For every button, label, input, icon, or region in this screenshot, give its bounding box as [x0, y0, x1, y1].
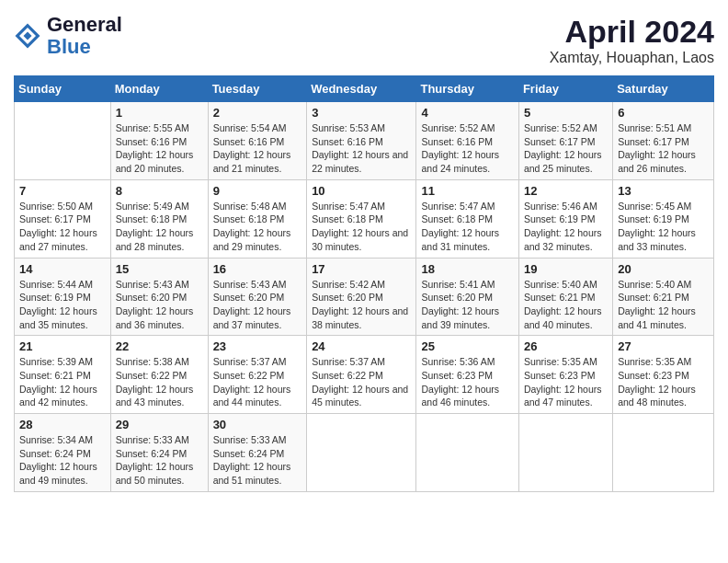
- calendar-cell: [307, 414, 416, 492]
- day-info: Sunrise: 5:44 AMSunset: 6:19 PMDaylight:…: [19, 278, 106, 332]
- calendar-cell: 26Sunrise: 5:35 AMSunset: 6:23 PMDayligh…: [518, 336, 612, 414]
- calendar-cell: 12Sunrise: 5:46 AMSunset: 6:19 PMDayligh…: [518, 179, 612, 258]
- page-header: General Blue April 2024 Xamtay, Houaphan…: [14, 14, 714, 66]
- day-info: Sunrise: 5:39 AMSunset: 6:21 PMDaylight:…: [19, 355, 106, 409]
- col-header-friday: Friday: [518, 76, 612, 102]
- col-header-tuesday: Tuesday: [208, 76, 307, 102]
- day-number: 9: [213, 184, 302, 198]
- calendar-cell: [416, 414, 518, 492]
- calendar-cell: 5Sunrise: 5:52 AMSunset: 6:17 PMDaylight…: [518, 102, 612, 180]
- calendar-table: SundayMondayTuesdayWednesdayThursdayFrid…: [14, 75, 714, 492]
- day-number: 20: [618, 262, 709, 276]
- day-info: Sunrise: 5:48 AMSunset: 6:18 PMDaylight:…: [213, 200, 302, 254]
- day-info: Sunrise: 5:34 AMSunset: 6:24 PMDaylight:…: [19, 433, 106, 488]
- calendar-cell: 13Sunrise: 5:45 AMSunset: 6:19 PMDayligh…: [613, 179, 714, 258]
- title-block: April 2024 Xamtay, Houaphan, Laos: [550, 14, 714, 66]
- calendar-cell: 10Sunrise: 5:47 AMSunset: 6:18 PMDayligh…: [307, 179, 416, 258]
- day-info: Sunrise: 5:40 AMSunset: 6:21 PMDaylight:…: [524, 278, 608, 332]
- day-info: Sunrise: 5:38 AMSunset: 6:22 PMDaylight:…: [116, 355, 203, 409]
- calendar-cell: [518, 414, 612, 492]
- day-number: 21: [19, 339, 106, 353]
- calendar-cell: 19Sunrise: 5:40 AMSunset: 6:21 PMDayligh…: [518, 258, 612, 336]
- calendar-cell: 23Sunrise: 5:37 AMSunset: 6:22 PMDayligh…: [208, 336, 307, 414]
- day-info: Sunrise: 5:43 AMSunset: 6:20 PMDaylight:…: [213, 278, 302, 332]
- day-info: Sunrise: 5:53 AMSunset: 6:16 PMDaylight:…: [312, 121, 411, 176]
- day-number: 17: [312, 262, 411, 276]
- day-number: 24: [312, 339, 411, 353]
- day-number: 4: [421, 106, 513, 120]
- day-number: 14: [19, 262, 106, 276]
- day-number: 25: [421, 339, 513, 353]
- calendar-cell: 28Sunrise: 5:34 AMSunset: 6:24 PMDayligh…: [15, 414, 111, 492]
- calendar-cell: 25Sunrise: 5:36 AMSunset: 6:23 PMDayligh…: [416, 336, 518, 414]
- day-number: 11: [421, 184, 513, 198]
- day-info: Sunrise: 5:42 AMSunset: 6:20 PMDaylight:…: [312, 278, 411, 332]
- calendar-cell: [15, 102, 111, 180]
- day-info: Sunrise: 5:55 AMSunset: 6:16 PMDaylight:…: [116, 121, 203, 176]
- day-number: 3: [312, 106, 411, 120]
- day-info: Sunrise: 5:52 AMSunset: 6:17 PMDaylight:…: [524, 121, 608, 176]
- calendar-cell: 21Sunrise: 5:39 AMSunset: 6:21 PMDayligh…: [15, 336, 111, 414]
- logo-icon: [14, 22, 41, 50]
- col-header-thursday: Thursday: [416, 76, 518, 102]
- day-info: Sunrise: 5:40 AMSunset: 6:21 PMDaylight:…: [618, 278, 709, 332]
- calendar-cell: 9Sunrise: 5:48 AMSunset: 6:18 PMDaylight…: [208, 179, 307, 258]
- calendar-cell: 22Sunrise: 5:38 AMSunset: 6:22 PMDayligh…: [110, 336, 208, 414]
- day-number: 27: [618, 339, 709, 353]
- day-number: 12: [524, 184, 608, 198]
- day-number: 10: [312, 184, 411, 198]
- day-number: 23: [213, 339, 302, 353]
- day-info: Sunrise: 5:50 AMSunset: 6:17 PMDaylight:…: [19, 200, 106, 254]
- calendar-cell: 3Sunrise: 5:53 AMSunset: 6:16 PMDaylight…: [307, 102, 416, 180]
- day-number: 30: [213, 418, 302, 431]
- calendar-cell: [613, 414, 714, 492]
- day-info: Sunrise: 5:47 AMSunset: 6:18 PMDaylight:…: [421, 200, 513, 254]
- calendar-cell: 24Sunrise: 5:37 AMSunset: 6:22 PMDayligh…: [307, 336, 416, 414]
- day-number: 1: [116, 106, 203, 120]
- calendar-cell: 30Sunrise: 5:33 AMSunset: 6:24 PMDayligh…: [208, 414, 307, 492]
- logo-line1: General: [47, 14, 122, 36]
- logo-text: General Blue: [47, 14, 122, 58]
- calendar-cell: 16Sunrise: 5:43 AMSunset: 6:20 PMDayligh…: [208, 258, 307, 336]
- calendar-cell: 15Sunrise: 5:43 AMSunset: 6:20 PMDayligh…: [110, 258, 208, 336]
- day-number: 8: [116, 184, 203, 198]
- calendar-cell: 4Sunrise: 5:52 AMSunset: 6:16 PMDaylight…: [416, 102, 518, 180]
- day-number: 7: [19, 184, 106, 198]
- calendar-cell: 1Sunrise: 5:55 AMSunset: 6:16 PMDaylight…: [110, 102, 208, 180]
- main-title: April 2024: [550, 14, 714, 50]
- day-number: 18: [421, 262, 513, 276]
- calendar-cell: 2Sunrise: 5:54 AMSunset: 6:16 PMDaylight…: [208, 102, 307, 180]
- calendar-cell: 27Sunrise: 5:35 AMSunset: 6:23 PMDayligh…: [613, 336, 714, 414]
- day-number: 6: [618, 106, 709, 120]
- col-header-wednesday: Wednesday: [307, 76, 416, 102]
- calendar-cell: 29Sunrise: 5:33 AMSunset: 6:24 PMDayligh…: [110, 414, 208, 492]
- day-info: Sunrise: 5:36 AMSunset: 6:23 PMDaylight:…: [421, 355, 513, 409]
- day-number: 28: [19, 418, 106, 431]
- calendar-cell: 14Sunrise: 5:44 AMSunset: 6:19 PMDayligh…: [15, 258, 111, 336]
- day-info: Sunrise: 5:52 AMSunset: 6:16 PMDaylight:…: [421, 121, 513, 176]
- day-info: Sunrise: 5:41 AMSunset: 6:20 PMDaylight:…: [421, 278, 513, 332]
- col-header-saturday: Saturday: [613, 76, 714, 102]
- calendar-cell: 11Sunrise: 5:47 AMSunset: 6:18 PMDayligh…: [416, 179, 518, 258]
- subtitle: Xamtay, Houaphan, Laos: [550, 50, 714, 66]
- day-info: Sunrise: 5:49 AMSunset: 6:18 PMDaylight:…: [116, 200, 203, 254]
- calendar-cell: 17Sunrise: 5:42 AMSunset: 6:20 PMDayligh…: [307, 258, 416, 336]
- day-info: Sunrise: 5:47 AMSunset: 6:18 PMDaylight:…: [312, 200, 411, 254]
- day-number: 15: [116, 262, 203, 276]
- day-number: 26: [524, 339, 608, 353]
- day-number: 29: [116, 418, 203, 431]
- day-info: Sunrise: 5:37 AMSunset: 6:22 PMDaylight:…: [312, 355, 411, 409]
- calendar-cell: 8Sunrise: 5:49 AMSunset: 6:18 PMDaylight…: [110, 179, 208, 258]
- day-number: 19: [524, 262, 608, 276]
- day-number: 2: [213, 106, 302, 120]
- day-number: 16: [213, 262, 302, 276]
- col-header-sunday: Sunday: [15, 76, 111, 102]
- logo-line2: Blue: [47, 36, 122, 58]
- day-info: Sunrise: 5:54 AMSunset: 6:16 PMDaylight:…: [213, 121, 302, 176]
- col-header-monday: Monday: [110, 76, 208, 102]
- day-info: Sunrise: 5:45 AMSunset: 6:19 PMDaylight:…: [618, 200, 709, 254]
- calendar-cell: 20Sunrise: 5:40 AMSunset: 6:21 PMDayligh…: [613, 258, 714, 336]
- day-info: Sunrise: 5:33 AMSunset: 6:24 PMDaylight:…: [213, 433, 302, 488]
- day-info: Sunrise: 5:37 AMSunset: 6:22 PMDaylight:…: [213, 355, 302, 409]
- logo: General Blue: [14, 14, 122, 58]
